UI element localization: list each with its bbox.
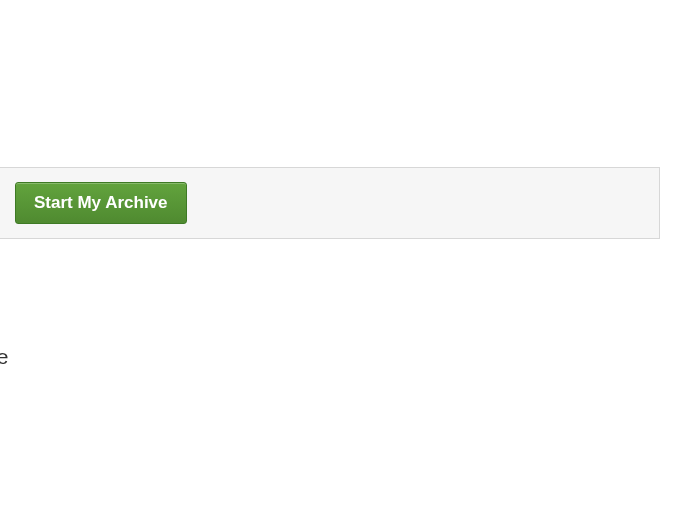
info-list: red ns ofile — [0, 283, 700, 371]
list-item: ns — [0, 312, 700, 341]
archive-bar: Start My Archive — [0, 167, 660, 239]
list-item: red — [0, 283, 700, 312]
page-subtitle: e shared on Facebook. — [0, 101, 700, 133]
list-item: ofile — [0, 342, 700, 371]
start-my-archive-button[interactable]: Start My Archive — [15, 182, 187, 224]
page-title: formation — [0, 40, 700, 95]
